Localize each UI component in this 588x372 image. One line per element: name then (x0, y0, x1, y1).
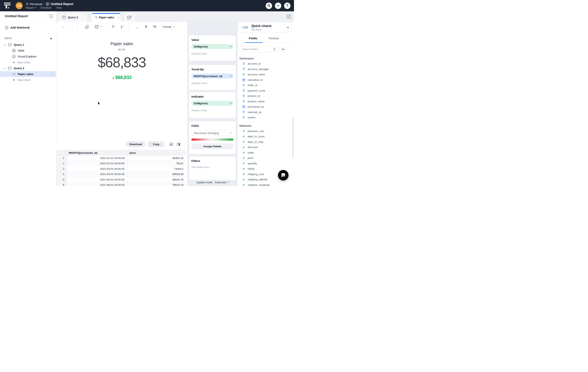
field-item-dimension[interactable]: Taccount_manager (238, 66, 294, 72)
number-type-icon: # (242, 129, 245, 133)
collapse-sidebar-icon[interactable] (48, 14, 53, 18)
scrollbar-thumb[interactable] (293, 117, 294, 159)
help-button[interactable]: ? (284, 2, 291, 9)
top-navbar: TM Personal › Untitled Report Report Sch… (0, 0, 294, 11)
app-logo-icon[interactable] (4, 2, 11, 9)
filters-card-title: Filters (191, 159, 233, 162)
field-item-measure[interactable]: #quantity (238, 161, 294, 166)
sidebar-item-table[interactable]: Table (0, 48, 56, 53)
copy-button[interactable]: Copy (147, 141, 165, 147)
add-query-button[interactable]: + (50, 37, 52, 40)
value-field-pill[interactable]: SUM(price) (191, 44, 233, 49)
table-row[interactable]: 42021-04-01 00:00:0069539.58 (56, 171, 186, 177)
field-item-dimension[interactable]: Tproduct_id (238, 93, 294, 99)
sidebar-item-new-chart-query2[interactable]: + New chart (0, 77, 56, 83)
format-dropdown[interactable]: Format (160, 24, 176, 30)
sidebar-item-visual-explorer[interactable]: Visual Explorer (0, 53, 56, 59)
palette-select[interactable]: Red-Green Diverging (191, 130, 233, 136)
field-item-dimension[interactable]: Tproduct_name (238, 99, 294, 104)
trend-replace-field[interactable]: Replace field... (191, 82, 233, 85)
chevron-down-icon (228, 181, 229, 183)
field-item-dimension[interactable]: Treturned_at (238, 109, 294, 115)
sort-descending-button[interactable] (119, 22, 125, 32)
collapse-results-icon[interactable] (170, 143, 173, 146)
create-new-button[interactable]: + (275, 2, 281, 9)
chart-toolbar: ← → x (56, 22, 187, 32)
avatar[interactable]: TM (16, 2, 23, 9)
field-item-measure[interactable]: #discount (238, 145, 294, 150)
query-icon: * (8, 43, 12, 47)
search-fields-input[interactable] (242, 48, 272, 51)
field-item-dimension[interactable]: cancelled_at (238, 77, 294, 83)
workspace-crumb[interactable]: Personal (26, 2, 42, 6)
field-item-dimension[interactable]: Taccount_name (238, 72, 294, 77)
thousands-separator-button[interactable]: , (135, 22, 140, 32)
query-icon: * (62, 15, 66, 19)
tab-new-chart[interactable]: + (123, 13, 136, 22)
currency-format-button[interactable]: $ (144, 22, 148, 32)
field-item-dimension[interactable]: Torder_id (238, 83, 294, 88)
collapse-right-panel-icon[interactable] (286, 14, 291, 19)
field-item-dimension[interactable]: purchased_at (238, 104, 294, 109)
global-search-button[interactable] (266, 2, 272, 9)
update-mode-select[interactable]: Automatic (214, 181, 228, 184)
table-row[interactable]: 32021-03-01 00:00:0073304.5 (56, 166, 186, 172)
duplicate-chart-button[interactable] (84, 22, 90, 32)
price-column-header[interactable]: price (127, 150, 186, 155)
sidebar-item-query1[interactable]: * Query 1 (0, 42, 56, 48)
menu-view[interactable]: View (56, 6, 62, 9)
chat-support-button[interactable] (278, 170, 289, 181)
expand-results-icon[interactable] (177, 143, 180, 146)
sidebar-item-query2[interactable]: * Query 2 (0, 65, 56, 71)
chevron-down-icon[interactable] (4, 43, 5, 46)
plus-icon: + (12, 78, 16, 82)
table-row[interactable]: 22021-02-01 00:00:0076141 (56, 161, 186, 166)
tab-query2[interactable]: * Query 2 (59, 13, 87, 22)
field-item-dimension[interactable]: Taccount_id (238, 61, 294, 66)
trend-field-pill[interactable]: MONTH(purchased_at) (191, 74, 233, 79)
report-title-crumb[interactable]: Untitled Report (46, 2, 73, 6)
indicator-replace-field[interactable]: Replace field... (191, 109, 233, 112)
field-item-measure[interactable]: #days_to_close (238, 134, 294, 139)
value-replace-field[interactable]: Replace field... (191, 52, 233, 55)
field-item-measure[interactable]: #shipping_longitude (238, 182, 294, 186)
chart-config-panel: Value SUM(price) Replace field... Trend … (187, 22, 238, 186)
field-item-measure[interactable]: #price (238, 155, 294, 161)
tab-paper-sales-active[interactable]: ^2 Paper sales ⋮ (91, 13, 121, 22)
table-row[interactable]: 52021-05-01 00:00:0086045.78 (56, 177, 186, 182)
redo-button[interactable]: → (70, 22, 74, 32)
add-notebook-button[interactable]: Add Notebook (0, 24, 56, 31)
tab-format[interactable]: Format (269, 37, 279, 40)
undo-button[interactable]: ← (61, 22, 66, 32)
table-row[interactable]: 62021-06-01 00:00:0078523.19 (56, 182, 186, 186)
add-formula-button[interactable]: fx+ (280, 46, 287, 52)
filters-add-fields[interactable]: Add fields here... (191, 166, 233, 169)
indicator-field-pill[interactable]: SUM(price) (191, 101, 233, 106)
field-item-measure[interactable]: #business_size (238, 128, 294, 134)
assign-palette-button[interactable]: Assign Palette (191, 143, 233, 149)
sort-ascending-button[interactable] (111, 22, 116, 32)
menu-schedule[interactable]: Schedule (41, 6, 52, 9)
kebab-menu-icon[interactable]: ⋮ (51, 72, 53, 76)
delete-chart-button[interactable]: x (94, 22, 102, 32)
sidebar-item-paper-sales[interactable]: ^2 Paper sales ⋮ (0, 71, 56, 77)
download-button[interactable]: Download (126, 141, 146, 147)
month-column-header[interactable]: MONTH(purchased_at) (67, 150, 127, 155)
tab-kebab-menu-icon[interactable]: ⋮ (117, 16, 120, 19)
chevron-down-icon (230, 75, 231, 76)
field-item-measure[interactable]: #index (238, 150, 294, 156)
table-row[interactable]: 12021-01-01 00:00:0056355.18 (56, 156, 186, 161)
chart-canvas: ← → x (56, 22, 187, 186)
sidebar-item-new-chart-query1[interactable]: + New chart (0, 59, 56, 65)
field-item-dimension[interactable]: Tpayment_cycle (238, 88, 294, 94)
percent-format-button[interactable]: % (153, 22, 157, 32)
big-value-chart-icon: ^2 (12, 73, 16, 76)
field-item-dimension[interactable]: Treview (238, 115, 294, 120)
quick-charts-selector[interactable]: ^123 Quick charts Big Value (238, 22, 292, 32)
field-item-measure[interactable]: #days_to_ship (238, 139, 294, 145)
breadcrumb: Personal › Untitled Report (26, 2, 73, 6)
menu-report[interactable]: Report (26, 6, 36, 9)
update-mode-row: Update mode: Automatic (188, 181, 237, 184)
chevron-down-icon[interactable] (4, 67, 5, 70)
tab-fields[interactable]: Fields (249, 37, 257, 40)
